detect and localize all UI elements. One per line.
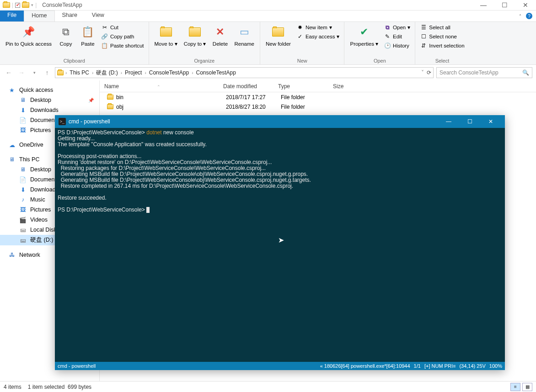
qat-folder-icon[interactable] [22,2,29,8]
tree-quick-access[interactable]: ★Quick access [0,85,99,95]
col-size[interactable]: Size [328,83,365,90]
documents-icon: 📄 [19,117,27,124]
group-select: ☰Select all ☐Select none ⇵Invert selecti… [415,22,469,64]
copy-path-icon: 🔗 [101,33,108,40]
console-close-button[interactable]: ✕ [480,115,501,128]
paste-button[interactable]: 📋Paste [77,23,98,49]
easy-access-button[interactable]: ✓Easy access ▾ [295,32,342,41]
new-folder-button[interactable]: New folder [263,23,294,49]
properties-icon: ✔ [357,25,371,39]
col-name[interactable]: Name ⌃ [100,83,219,90]
network-icon: 🖧 [8,251,16,259]
console-minimize-button[interactable]: — [438,115,459,128]
tab-share[interactable]: Share [55,11,85,21]
col-type[interactable]: Type [273,83,328,90]
qat-separator: | [12,2,13,8]
window-titlebar: | ✔ ▾ | ConsoleTestApp — ☐ ✕ [0,0,536,11]
crumb-0[interactable]: This PC [69,69,90,76]
console-body[interactable]: PS D:\Project\WebServiceConsole> dotnet … [55,128,505,362]
copy-button[interactable]: ⧉Copy [55,23,76,49]
file-row-obj[interactable]: obj 2018/8/27 18:20 File folder [100,102,536,111]
pin-quick-access[interactable]: 📌Pin to Quick access [3,23,54,49]
addr-folder-icon [57,70,64,75]
copy-to-icon [188,25,202,39]
music-icon: ♪ [19,196,27,203]
rename-icon: ▭ [237,25,252,39]
crumb-2[interactable]: Project [124,69,143,76]
open-icon: ⧉ [384,24,391,31]
crumb-sep[interactable]: › [64,70,68,75]
rename-button[interactable]: ▭Rename [231,23,257,49]
new-folder-icon [271,25,285,39]
paste-shortcut-button[interactable]: 📋Paste shortcut [99,41,146,50]
console-title: cmd - powershell [69,118,110,125]
addr-dropdown[interactable]: ˅ [421,69,424,76]
group-organize: Move to ▾ Copy to ▾ ✕Delete ▭Rename Orga… [149,22,260,64]
ribbon-collapse[interactable]: ˄ [519,14,521,19]
select-all-button[interactable]: ☰Select all [418,23,466,32]
tab-home[interactable]: Home [24,11,54,21]
minimize-button[interactable]: — [473,0,494,11]
move-to-icon [159,25,173,39]
tree-desktop[interactable]: 🖥Desktop📌 [0,95,99,105]
view-details-button[interactable]: ≡ [510,383,520,391]
help-button[interactable]: ? [526,13,532,19]
desktop-icon: 🖥 [19,166,27,173]
file-row-bin[interactable]: bin 2018/7/17 17:27 File folder [100,92,536,102]
folder-icon [107,95,113,100]
copy-to-button[interactable]: Copy to ▾ [181,23,209,49]
crumb-3[interactable]: ConsoleTestApp [148,69,190,76]
select-none-button[interactable]: ☐Select none [418,32,466,41]
select-all-icon: ☰ [420,24,427,31]
console-titlebar[interactable]: >_ cmd - powershell — ☐ ✕ [55,115,505,128]
videos-icon: 🎬 [19,216,27,223]
delete-icon: ✕ [213,25,227,39]
history-button[interactable]: 🕑History [382,41,412,50]
console-app-icon: >_ [59,118,66,125]
status-items: 4 items [4,384,21,390]
paste-shortcut-icon: 📋 [101,42,108,49]
nav-recent[interactable]: ▾ [29,68,39,78]
search-placeholder: Search ConsoleTestApp [440,69,498,76]
new-item-button[interactable]: ✸New item ▾ [295,23,342,32]
move-to-button[interactable]: Move to ▾ [152,23,180,49]
nav-back[interactable]: ← [4,68,14,78]
open-button[interactable]: ⧉Open ▾ [382,23,412,32]
drive-icon: 🖴 [19,226,27,233]
properties-button[interactable]: ✔Properties ▾ [347,23,381,49]
search-input[interactable]: Search ConsoleTestApp 🔍 [436,67,532,78]
console-status-r3: (34,14) 25V [459,363,485,369]
paste-icon: 📋 [80,25,95,39]
tab-view[interactable]: View [85,11,112,21]
qat-overflow[interactable]: ▾ [31,3,33,7]
nav-up[interactable]: ↑ [42,68,52,78]
search-icon: 🔍 [522,69,529,76]
maximize-button[interactable]: ☐ [494,0,515,11]
close-button[interactable]: ✕ [515,0,536,11]
console-maximize-button[interactable]: ☐ [459,115,480,128]
ribbon-tabs: File Home Share View ˄ ? [0,11,536,22]
app-folder-icon [3,2,10,8]
col-date[interactable]: Date modified [219,83,273,90]
view-large-button[interactable]: ▦ [522,383,532,391]
tree-downloads[interactable]: ⬇Downloads [0,105,99,115]
edit-button[interactable]: ✎Edit [382,32,412,41]
tab-file[interactable]: File [0,11,24,21]
group-clipboard: 📌Pin to Quick access ⧉Copy 📋Paste ✂Cut 🔗… [0,22,149,64]
console-status-r4: 100% [489,363,502,369]
cut-button[interactable]: ✂Cut [99,23,146,32]
address-bar[interactable]: › This PC› 硬盘 (D:)› Project› ConsoleTest… [55,67,434,78]
addr-refresh[interactable]: ⟳ [427,69,431,76]
delete-button[interactable]: ✕Delete [209,23,230,49]
pin-icon: 📌 [88,98,99,103]
invert-selection-button[interactable]: ⇵Invert selection [418,41,466,50]
crumb-1[interactable]: 硬盘 (D:) [95,69,118,77]
console-status-bar: cmd - powershell « 180626[64] powershell… [55,362,505,370]
nav-forward[interactable]: → [16,68,27,78]
qat-checkbox-icon[interactable]: ✔ [15,3,20,8]
copy-path-button[interactable]: 🔗Copy path [99,32,146,41]
group-select-label: Select [418,58,466,64]
column-headers: Name ⌃ Date modified Type Size [100,80,536,92]
qat-separator-2: | [35,2,37,8]
crumb-4[interactable]: ConsoleTestApp [195,69,236,76]
